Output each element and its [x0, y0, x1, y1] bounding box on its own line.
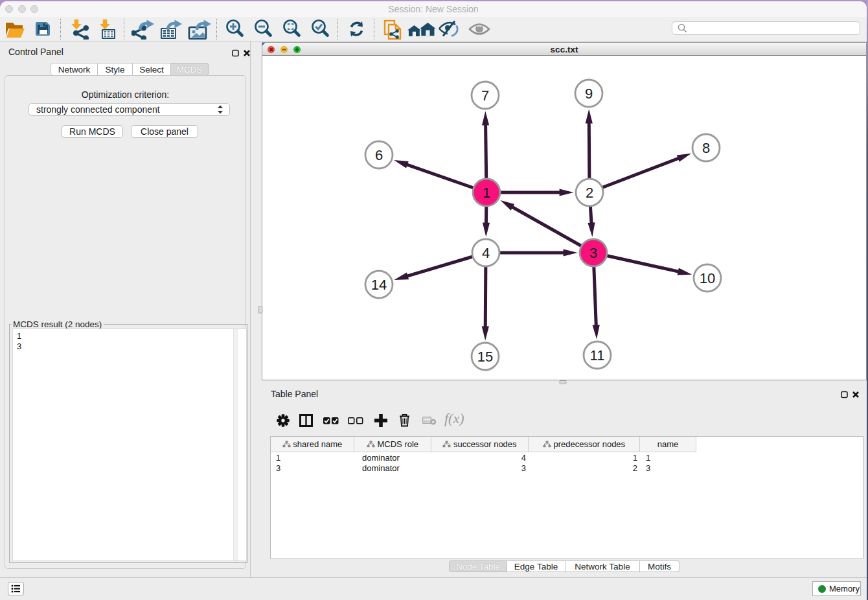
- svg-text:10: 10: [700, 270, 715, 286]
- svg-text:14: 14: [371, 277, 387, 293]
- svg-text:11: 11: [590, 347, 605, 363]
- svg-text:4: 4: [482, 245, 490, 261]
- svg-text:1: 1: [483, 185, 490, 201]
- svg-text:9: 9: [585, 86, 593, 102]
- svg-text:15: 15: [477, 349, 493, 365]
- svg-text:8: 8: [702, 140, 710, 156]
- svg-text:3: 3: [589, 245, 597, 261]
- svg-text:6: 6: [375, 147, 383, 163]
- svg-text:2: 2: [586, 185, 593, 201]
- svg-text:7: 7: [481, 87, 489, 104]
